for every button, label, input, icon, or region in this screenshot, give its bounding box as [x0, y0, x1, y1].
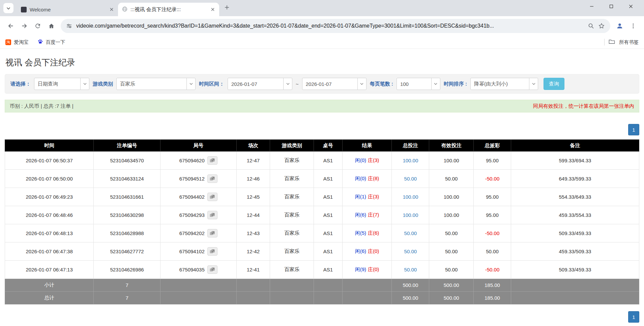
total-bet-link[interactable]: 50.00	[404, 176, 417, 182]
total-bet-link[interactable]: 50.00	[404, 230, 417, 236]
total-payout: 185.00	[473, 292, 511, 304]
chevron-down-icon	[431, 78, 440, 90]
total-bet-link[interactable]: 50.00	[404, 267, 417, 272]
cell-bet-number: 523104626986	[94, 261, 160, 279]
cell-time: 2026-01-07 06:48:13	[5, 224, 94, 242]
date-start-value: 2026-01-07	[228, 81, 261, 87]
plus-icon	[225, 5, 229, 11]
zoom-icon[interactable]	[588, 23, 594, 29]
url-text[interactable]: videoie.com/game/betrecord_search/kind3?…	[76, 23, 584, 29]
cell-result: 闲(1)庄(3)	[342, 188, 392, 206]
cell-total-bet: 50.00	[392, 242, 429, 261]
date-end-select[interactable]: 2026-01-07	[302, 78, 367, 90]
close-tab-icon[interactable]	[209, 6, 216, 13]
cell-round-number: 675094620	[160, 152, 236, 170]
round-number: 675094293	[179, 212, 205, 218]
maximize-button[interactable]	[602, 0, 621, 13]
round-number: 675094512	[179, 176, 205, 182]
close-tab-icon[interactable]	[108, 6, 115, 13]
menu-kebab-icon[interactable]	[626, 19, 640, 33]
cell-valid-bet: 50.00	[429, 224, 474, 242]
cell-total-bet: 100.00	[392, 188, 429, 206]
cell-valid-bet: 100.00	[429, 152, 474, 170]
sort-order-select[interactable]: 降幂(由大到小)	[470, 78, 538, 90]
round-video-icon[interactable]	[207, 193, 217, 201]
all-bookmarks[interactable]: 所有书签	[604, 39, 639, 45]
back-button[interactable]	[4, 19, 18, 33]
player-result: 闲(9)	[355, 266, 366, 272]
total-bet-link[interactable]: 100.00	[403, 158, 418, 163]
summary-info-bar: 币别 : 人民币 | 总共 :7 注单 | 同局有效投注，统一计算在该局第一张注…	[5, 100, 639, 112]
cell-session: 12-44	[236, 206, 270, 224]
search-button[interactable]: 查询	[544, 78, 564, 90]
home-button[interactable]	[45, 19, 58, 33]
page-number-button[interactable]: 1	[628, 311, 639, 323]
chevron-down-icon	[357, 78, 366, 90]
round-video-icon[interactable]	[207, 247, 217, 256]
round-video-icon[interactable]	[207, 265, 217, 274]
cell-payout: 50.00	[473, 242, 511, 261]
browser-tab-betrecord[interactable]: :::视讯 会员下注纪录:::	[118, 3, 219, 16]
round-video-icon[interactable]	[207, 211, 217, 219]
cell-payout: -50.00	[473, 224, 511, 242]
page-number-button[interactable]: 1	[628, 124, 639, 135]
bookmark-baidu[interactable]: 百度一下	[37, 39, 65, 45]
total-bet-link[interactable]: 50.00	[404, 249, 417, 254]
subtotal-payout: 185.00	[473, 279, 511, 292]
cell-table-number: AS1	[314, 224, 343, 242]
round-video-icon[interactable]	[207, 156, 217, 165]
cell-round-number: 675094402	[160, 188, 236, 206]
cell-valid-bet: 100.00	[429, 188, 474, 206]
site-info-icon[interactable]	[66, 23, 72, 29]
tab-search-button[interactable]	[3, 3, 13, 13]
game-type-select[interactable]: 百家乐	[116, 78, 196, 90]
table-body: 2026-01-07 06:50:37 523104634570 6750946…	[5, 152, 639, 279]
round-video-icon[interactable]	[207, 174, 217, 183]
round-number: 675094202	[179, 230, 205, 236]
address-bar[interactable]: videoie.com/game/betrecord_search/kind3?…	[61, 19, 610, 33]
date-start-select[interactable]: 2026-01-07	[228, 78, 292, 90]
new-tab-button[interactable]	[221, 2, 233, 14]
empty-cell	[160, 279, 236, 292]
total-total-bet: 500.00	[392, 292, 429, 304]
column-header: 时间	[5, 140, 94, 152]
total-bet-link[interactable]: 100.00	[403, 194, 418, 200]
empty-cell	[314, 292, 343, 304]
per-page-select[interactable]: 100	[397, 78, 440, 90]
taobao-icon: 淘	[5, 39, 11, 45]
cell-time: 2026-01-07 06:50:37	[5, 152, 94, 170]
empty-cell	[342, 279, 392, 292]
cell-game-type: 百家乐	[270, 224, 314, 242]
bookmark-aitaobao[interactable]: 淘 爱淘宝	[5, 39, 29, 45]
game-type-label: 游戏类别	[93, 81, 113, 87]
globe-icon	[122, 6, 127, 13]
total-bet-link[interactable]: 100.00	[403, 212, 418, 218]
close-window-button[interactable]	[621, 0, 641, 13]
player-result: 闲(0)	[355, 157, 366, 163]
cell-round-number: 675094202	[160, 224, 236, 242]
subtotal-label: 小计	[5, 279, 94, 292]
query-type-select[interactable]: 日期查询	[34, 78, 89, 90]
cell-table-number: AS1	[314, 170, 343, 188]
browser-tab-welcome[interactable]: Welcome	[17, 3, 118, 16]
profile-avatar-icon[interactable]	[613, 19, 626, 33]
empty-cell	[160, 292, 236, 304]
cell-result: 闲(6)庄(0)	[342, 242, 392, 261]
cell-session: 12-43	[236, 224, 270, 242]
cell-session: 12-45	[236, 188, 270, 206]
empty-cell	[511, 292, 639, 304]
minimize-button[interactable]	[582, 0, 602, 13]
column-header: 结果	[342, 140, 392, 152]
empty-cell	[236, 292, 270, 304]
date-end-value: 2026-01-07	[302, 81, 335, 87]
bookmark-star-icon[interactable]	[598, 23, 605, 29]
cell-session: 12-46	[236, 170, 270, 188]
refresh-button[interactable]	[31, 19, 45, 33]
cell-time: 2026-01-07 06:49:23	[5, 188, 94, 206]
notice-text: 同局有效投注，统一计算在该局第一张注单内	[533, 103, 634, 109]
forward-button[interactable]	[18, 19, 31, 33]
round-video-icon[interactable]	[207, 229, 217, 237]
cell-game-type: 百家乐	[270, 242, 314, 261]
browser-tab-strip: Welcome :::视讯 会员下注纪录:::	[0, 0, 644, 16]
chevron-down-icon	[186, 78, 195, 90]
